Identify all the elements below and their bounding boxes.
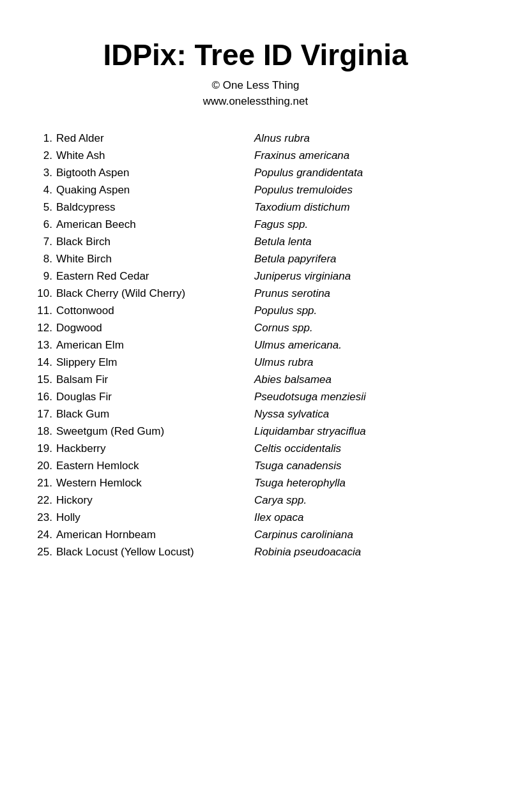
tree-number: 25. (32, 546, 56, 559)
tree-latin-name: Juniperus virginiana (254, 270, 479, 283)
tree-number: 17. (32, 408, 56, 421)
tree-number: 6. (32, 218, 56, 231)
tree-common-name: Hackberry (56, 442, 254, 455)
tree-common-name: American Elm (56, 339, 254, 352)
tree-latin-name: Fraxinus americana (254, 149, 479, 162)
tree-latin-name: Tsuga heterophylla (254, 477, 479, 490)
tree-number: 19. (32, 442, 56, 455)
list-item: 23.HollyIlex opaca (32, 509, 479, 527)
tree-latin-name: Abies balsamea (254, 373, 479, 386)
tree-common-name: Holly (56, 511, 254, 524)
tree-common-name: American Hornbeam (56, 529, 254, 541)
tree-number: 9. (32, 270, 56, 283)
tree-common-name: American Beech (56, 218, 254, 231)
tree-common-name: Western Hemlock (56, 477, 254, 490)
tree-latin-name: Ulmus rubra (254, 356, 479, 369)
tree-latin-name: Robinia pseudoacacia (254, 546, 479, 559)
list-item: 15.Balsam FirAbies balsamea (32, 372, 479, 389)
subtitle: © One Less Thing www.onelessthing.net (32, 77, 479, 110)
tree-list: 1.Red AlderAlnus rubra2.White AshFraxinu… (32, 130, 479, 561)
tree-common-name: Sweetgum (Red Gum) (56, 425, 254, 438)
list-item: 2.White AshFraxinus americana (32, 147, 479, 165)
list-item: 8.White BirchBetula papyrifera (32, 251, 479, 268)
tree-number: 21. (32, 477, 56, 490)
tree-common-name: Black Birch (56, 236, 254, 248)
list-item: 12.DogwoodCornus spp. (32, 320, 479, 337)
tree-latin-name: Populus tremuloides (254, 184, 479, 197)
page-title: IDPix: Tree ID Virginia (32, 38, 479, 72)
tree-number: 3. (32, 167, 56, 179)
list-item: 13.American ElmUlmus americana. (32, 337, 479, 354)
list-item: 21.Western HemlockTsuga heterophylla (32, 475, 479, 492)
tree-latin-name: Alnus rubra (254, 132, 479, 145)
tree-number: 15. (32, 373, 56, 386)
list-item: 19.Hackberry Celtis occidentalis (32, 440, 479, 458)
tree-number: 20. (32, 460, 56, 472)
tree-latin-name: Carya spp. (254, 494, 479, 507)
tree-common-name: Hickory (56, 494, 254, 507)
tree-latin-name: Liquidambar stryaciflua (254, 425, 479, 438)
tree-number: 24. (32, 529, 56, 541)
list-item: 20.Eastern HemlockTsuga canadensis (32, 458, 479, 475)
tree-latin-name: Populus spp. (254, 304, 479, 317)
tree-common-name: Baldcypress (56, 201, 254, 214)
tree-number: 12. (32, 322, 56, 335)
tree-number: 11. (32, 304, 56, 317)
tree-latin-name: Fagus spp. (254, 218, 479, 231)
tree-latin-name: Betula papyrifera (254, 253, 479, 266)
list-item: 3.Bigtooth AspenPopulus grandidentata (32, 165, 479, 182)
tree-latin-name: Taxodium distichum (254, 201, 479, 214)
tree-common-name: Black Cherry (Wild Cherry) (56, 287, 254, 300)
list-item: 24.American HornbeamCarpinus caroliniana (32, 527, 479, 544)
tree-latin-name: Ulmus americana. (254, 339, 479, 352)
tree-number: 16. (32, 391, 56, 403)
tree-common-name: Black Gum (56, 408, 254, 421)
tree-latin-name: Celtis occidentalis (254, 442, 479, 455)
tree-number: 22. (32, 494, 56, 507)
tree-number: 5. (32, 201, 56, 214)
tree-common-name: Bigtooth Aspen (56, 167, 254, 179)
tree-common-name: Eastern Hemlock (56, 460, 254, 472)
tree-common-name: Balsam Fir (56, 373, 254, 386)
list-item: 9.Eastern Red Cedar Juniperus virginiana (32, 268, 479, 285)
list-item: 10.Black Cherry (Wild Cherry)Prunus sero… (32, 285, 479, 303)
subtitle-line1: © One Less Thing (212, 79, 300, 91)
list-item: 18.Sweetgum (Red Gum) Liquidambar stryac… (32, 423, 479, 440)
subtitle-line2: www.onelessthing.net (203, 95, 308, 107)
tree-latin-name: Cornus spp. (254, 322, 479, 335)
tree-number: 14. (32, 356, 56, 369)
tree-common-name: White Birch (56, 253, 254, 266)
tree-latin-name: Populus grandidentata (254, 167, 479, 179)
tree-common-name: White Ash (56, 149, 254, 162)
tree-latin-name: Betula lenta (254, 236, 479, 248)
tree-common-name: Dogwood (56, 322, 254, 335)
list-item: 14.Slippery ElmUlmus rubra (32, 354, 479, 372)
tree-common-name: Eastern Red Cedar (56, 270, 254, 283)
list-item: 4.Quaking AspenPopulus tremuloides (32, 182, 479, 199)
tree-latin-name: Prunus serotina (254, 287, 479, 300)
tree-number: 10. (32, 287, 56, 300)
tree-common-name: Red Alder (56, 132, 254, 145)
tree-latin-name: Nyssa sylvatica (254, 408, 479, 421)
list-item: 1.Red AlderAlnus rubra (32, 130, 479, 147)
list-item: 11.Cottonwood Populus spp. (32, 303, 479, 320)
list-item: 25.Black Locust (Yellow Locust)Robinia p… (32, 544, 479, 561)
list-item: 22.HickoryCarya spp. (32, 492, 479, 509)
list-item: 7.Black BirchBetula lenta (32, 234, 479, 251)
tree-number: 18. (32, 425, 56, 438)
tree-number: 8. (32, 253, 56, 266)
tree-common-name: Douglas Fir (56, 391, 254, 403)
tree-latin-name: Ilex opaca (254, 511, 479, 524)
tree-common-name: Black Locust (Yellow Locust) (56, 546, 254, 559)
list-item: 17.Black GumNyssa sylvatica (32, 406, 479, 423)
list-item: 6.American BeechFagus spp. (32, 216, 479, 234)
tree-number: 2. (32, 149, 56, 162)
list-item: 16.Douglas FirPseudotsuga menziesii (32, 389, 479, 406)
tree-number: 23. (32, 511, 56, 524)
tree-common-name: Cottonwood (56, 304, 254, 317)
tree-common-name: Quaking Aspen (56, 184, 254, 197)
tree-latin-name: Carpinus caroliniana (254, 529, 479, 541)
tree-common-name: Slippery Elm (56, 356, 254, 369)
tree-number: 7. (32, 236, 56, 248)
tree-latin-name: Tsuga canadensis (254, 460, 479, 472)
